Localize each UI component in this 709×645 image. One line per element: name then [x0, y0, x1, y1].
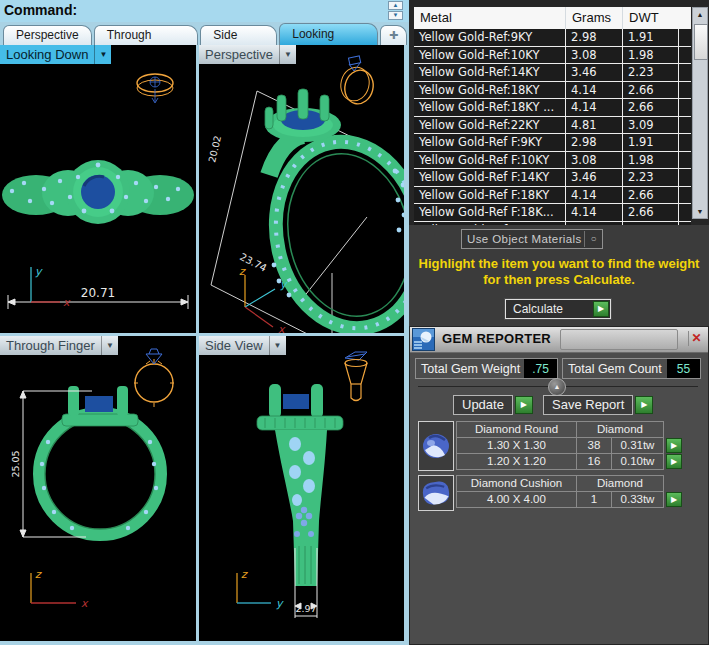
- table-row[interactable]: Yellow Gold-Ref:10KY3.081.98: [414, 47, 691, 65]
- viewport-side-view[interactable]: Side View ▼: [199, 336, 404, 641]
- gem-reporter-panel: GEM REPORTER ✕ Total Gem Weight .75 Tota…: [409, 326, 709, 645]
- ring-top-view: [2, 160, 194, 224]
- gem-weight: 0.33tw: [611, 491, 664, 508]
- svg-text:z: z: [35, 568, 42, 581]
- gem-weight: 0.10tw: [611, 453, 664, 470]
- chevron-down-icon[interactable]: ▼: [94, 45, 111, 64]
- scroll-down-icon[interactable]: ▼: [388, 11, 403, 20]
- ellipsis-circle-icon[interactable]: ○: [584, 231, 602, 247]
- update-button[interactable]: Update ▶: [453, 395, 533, 415]
- table-row[interactable]: Yellow Gold-Ref:18KY4.142.66: [414, 82, 691, 100]
- column-header-grams[interactable]: Grams: [566, 7, 623, 29]
- titlebar-handle[interactable]: [560, 329, 678, 350]
- command-prompt-label: Command:: [4, 2, 77, 18]
- tab-through-finger[interactable]: Through Finger: [94, 25, 199, 45]
- table-row[interactable]: Yellow Gold-Ref:14KY3.462.23: [414, 64, 691, 82]
- ring-thumbnail-icon: [345, 352, 367, 401]
- chevron-down-icon[interactable]: ▼: [279, 45, 296, 64]
- scroll-down-icon[interactable]: ▼: [693, 205, 707, 218]
- viewport-label-side-view[interactable]: Side View ▼: [199, 336, 286, 355]
- close-icon[interactable]: ✕: [688, 331, 704, 346]
- plus-icon: ✚: [389, 29, 398, 41]
- ring-thumbnail-icon: [137, 74, 173, 103]
- gem-count: 1: [576, 491, 612, 508]
- perspective-canvas: 20.02 23.74: [199, 45, 404, 333]
- axis-icon: y x: [31, 265, 71, 309]
- ring-thumbnail-icon: [134, 349, 174, 407]
- svg-text:x: x: [278, 323, 286, 333]
- gem-weight: 0.31tw: [611, 437, 664, 454]
- viewport-perspective[interactable]: Perspective ▼: [199, 45, 404, 333]
- viewport-label-looking-down[interactable]: Looking Down ▼: [0, 45, 111, 64]
- table-row[interactable]: Yellow Gold-Ref F:9KY2.981.91: [414, 134, 691, 152]
- viewport-tab-bar: Perspective Through Finger Side View Loo…: [0, 22, 409, 45]
- add-viewport-tab[interactable]: ✚: [380, 25, 407, 45]
- scroll-up-icon[interactable]: ▲: [388, 1, 403, 10]
- cad-area: Command: ▲ ▼ Perspective Through Finger …: [0, 0, 409, 645]
- dimension-width: 20.71: [8, 286, 188, 309]
- table-row[interactable]: Yellow Gold-Ref F:10KY3.081.98: [414, 152, 691, 170]
- round-gem-icon: [418, 421, 454, 471]
- gem-reporter-titlebar[interactable]: GEM REPORTER ✕: [410, 327, 708, 353]
- go-arrow-icon[interactable]: ▶: [666, 492, 682, 507]
- total-weight-value: .75: [524, 359, 557, 378]
- instruction-text: Highlight the item you want to find the …: [409, 256, 709, 288]
- total-count-value: 55: [667, 359, 700, 378]
- go-arrow-icon[interactable]: ▶: [593, 301, 609, 317]
- viewport-through-finger[interactable]: Through Finger ▼: [0, 336, 196, 641]
- gem-count: 16: [576, 453, 612, 470]
- table-row[interactable]: Yellow Gold-Ref:18KY ...4.142.66: [414, 99, 691, 117]
- chevron-down-icon[interactable]: ▼: [101, 336, 118, 355]
- go-arrow-icon[interactable]: ▶: [635, 396, 653, 414]
- metal-weight-table: Metal Grams DWT Yellow Gold-Ref:9KY2.981…: [409, 0, 709, 225]
- ring-thumbnail-icon: [337, 56, 376, 107]
- svg-text:y: y: [35, 265, 43, 278]
- go-arrow-icon[interactable]: ▶: [666, 454, 682, 469]
- side-view-canvas: 2.97 z y: [199, 336, 404, 641]
- svg-text:25.05: 25.05: [10, 450, 21, 477]
- looking-down-canvas: 20.71 y x: [0, 45, 196, 333]
- table-row[interactable]: Yellow Gold-Ref:9KY2.981.91: [414, 29, 691, 47]
- table-row[interactable]: Yellow Gold-Ref F:18K...4.142.66: [414, 204, 691, 222]
- gem-material-header: Diamond: [576, 421, 664, 438]
- scrollbar-thumb[interactable]: [694, 24, 708, 60]
- command-bar[interactable]: Command: ▲ ▼: [0, 0, 409, 23]
- table-row[interactable]: Yellow Gold-Ref:22KY4.813.09: [414, 117, 691, 135]
- collapse-toggle[interactable]: ▲: [548, 378, 566, 396]
- tab-side-view[interactable]: Side View: [200, 25, 277, 45]
- tab-perspective[interactable]: Perspective: [3, 25, 92, 45]
- viewport-label-through-finger[interactable]: Through Finger ▼: [0, 336, 118, 355]
- table-scrollbar[interactable]: ▲ ▼: [692, 7, 708, 219]
- go-arrow-icon[interactable]: ▶: [515, 396, 533, 414]
- gem-reporter-icon: [412, 328, 435, 351]
- go-arrow-icon[interactable]: ▶: [666, 438, 682, 453]
- metal-table-header: Metal Grams DWT: [414, 7, 691, 29]
- tab-looking-down[interactable]: Looking Down: [279, 23, 378, 45]
- viewport-label-perspective[interactable]: Perspective ▼: [199, 45, 296, 64]
- gem-shape-header: Diamond Cushion: [456, 475, 577, 492]
- viewport-looking-down[interactable]: Looking Down ▼: [0, 45, 196, 333]
- svg-text:y: y: [276, 597, 284, 610]
- command-history-spinner: ▲ ▼: [388, 1, 403, 21]
- gem-size: 1.30 X 1.30: [456, 437, 577, 454]
- column-header-metal[interactable]: Metal: [414, 7, 566, 29]
- save-report-button[interactable]: Save Report ▶: [543, 395, 653, 415]
- through-finger-canvas: 25.05 z x: [0, 336, 196, 641]
- svg-text:2.97: 2.97: [295, 603, 316, 614]
- table-row[interactable]: Yellow Gold-Ref F:14KY3.462.23: [414, 169, 691, 187]
- axis-icon: z x: [31, 568, 89, 610]
- svg-text:z: z: [241, 568, 248, 581]
- scroll-up-icon[interactable]: ▲: [693, 8, 707, 21]
- table-row[interactable]: Yellow Gold-Ref F:22KY4.813.09: [414, 222, 691, 226]
- total-gem-count: Total Gem Count 55: [562, 358, 701, 379]
- table-row[interactable]: Yellow Gold-Ref F:18KY4.142.66: [414, 187, 691, 205]
- gem-shape-header: Diamond Round: [456, 421, 577, 438]
- use-object-materials-dropdown[interactable]: Use Object Materials ○: [461, 229, 603, 249]
- ring-front-view: [39, 386, 161, 535]
- ring-side-view: [257, 384, 343, 586]
- weight-panel: Metal Grams DWT Yellow Gold-Ref:9KY2.981…: [409, 0, 709, 645]
- chevron-down-icon[interactable]: ▼: [269, 336, 286, 355]
- metal-table-body: Yellow Gold-Ref:9KY2.981.91 Yellow Gold-…: [414, 29, 691, 225]
- column-header-dwt[interactable]: DWT: [623, 7, 691, 29]
- calculate-button[interactable]: Calculate ▶: [505, 299, 611, 319]
